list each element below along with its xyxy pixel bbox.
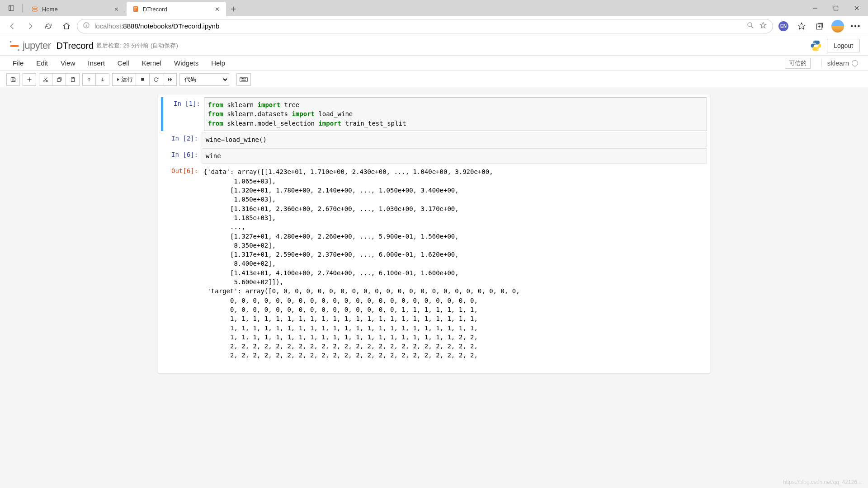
menu-view[interactable]: View [54,57,81,69]
tab-title: Home [42,6,109,13]
menu-cell[interactable]: Cell [111,57,136,69]
input-prompt: In [2]: [161,132,202,147]
svg-rect-5 [134,8,137,8]
close-icon[interactable]: ✕ [113,6,120,13]
browser-tabstrip: Home ✕ DTrecord ✕ [0,0,868,16]
input-prompt: In [6]: [161,148,202,164]
svg-rect-1 [9,6,11,11]
menu-help[interactable]: Help [205,57,231,69]
paste-button[interactable] [66,73,80,86]
new-tab-button[interactable] [226,2,241,16]
svg-rect-6 [134,9,137,9]
command-palette-button[interactable] [236,73,251,86]
restart-run-all-button[interactable] [163,73,177,86]
svg-rect-27 [241,80,246,80]
favorite-icon[interactable] [759,21,767,31]
url-input[interactable]: localhost:8888/notebooks/DTrecord.ipynb [77,19,773,33]
forward-button [23,19,38,34]
home-button[interactable] [59,19,74,34]
output-cell: Out[6]: {'data': array([[1.423e+01, 1.71… [161,164,707,362]
window-minimize-button[interactable] [805,0,826,16]
output-prompt: Out[6]: [161,164,202,362]
svg-rect-24 [242,78,243,79]
python-logo-icon [810,39,822,52]
code-input[interactable]: wine [202,148,707,164]
code-input[interactable]: wine=load_wine() [202,132,707,147]
copy-button[interactable] [52,73,66,86]
svg-point-14 [814,42,815,42]
checkpoint-status: 最后检查: 29 分钟前 (自动保存) [96,42,178,50]
svg-rect-25 [243,78,244,79]
language-badge[interactable]: EN [776,19,791,34]
refresh-button[interactable] [41,19,56,34]
notebook-scroll-area[interactable]: In [1]: from sklearn import tree from sk… [0,88,868,488]
profile-avatar[interactable] [830,19,845,34]
back-button[interactable] [5,19,20,34]
svg-point-13 [18,49,19,51]
output-text: {'data': array([[1.423e+01, 1.710e+00, 2… [203,167,707,360]
menu-edit[interactable]: Edit [30,57,54,69]
restart-button[interactable] [150,73,163,86]
move-up-button[interactable] [82,73,96,86]
code-cell[interactable]: In [6]: wine [161,148,707,164]
jupyter-logo[interactable]: jupyter [8,39,51,52]
cell-type-select[interactable]: 代码 [179,73,229,86]
close-icon[interactable]: ✕ [213,6,221,13]
window-maximize-button[interactable] [826,0,846,16]
tab-title: DTrecord [143,6,210,13]
input-prompt: In [1]: [163,97,204,131]
code-text: from sklearn import tree from sklearn.da… [208,100,703,128]
menu-widgets[interactable]: Widgets [168,57,205,69]
svg-rect-21 [141,78,144,80]
svg-rect-7 [134,10,136,10]
svg-rect-8 [834,6,838,10]
notebook-favicon-icon [132,5,139,13]
menu-insert[interactable]: Insert [81,57,111,69]
code-cell[interactable]: In [1]: from sklearn import tree from sk… [161,97,707,131]
notebook-container: In [1]: from sklearn import tree from sk… [158,94,710,373]
window-close-button[interactable] [846,0,867,16]
browser-tab-home[interactable]: Home ✕ [26,2,125,16]
browser-tab-dtrecord[interactable]: DTrecord ✕ [127,2,226,16]
svg-rect-0 [9,6,14,11]
cut-button[interactable] [39,73,52,86]
svg-rect-18 [57,78,60,81]
run-button[interactable]: 运行 [112,73,136,86]
url-text: localhost:8888/notebooks/DTrecord.ipynb [94,22,219,30]
svg-point-2 [33,7,38,9]
code-input[interactable]: from sklearn import tree from sklearn.da… [204,97,707,131]
move-down-button[interactable] [96,73,109,86]
svg-point-12 [10,41,12,43]
add-cell-button[interactable] [23,73,36,86]
toolbar: 运行 代码 [0,71,868,88]
interrupt-button[interactable] [136,73,150,86]
notebook-header: jupyter DTrecord 最后检查: 29 分钟前 (自动保存) Log… [0,36,868,56]
logout-button[interactable]: Logout [827,39,860,52]
svg-rect-22 [240,77,248,82]
zoom-icon[interactable] [746,21,755,31]
more-menu-button[interactable]: ••• [848,19,863,34]
code-cell[interactable]: In [2]: wine=load_wine() [161,132,707,147]
collections-button[interactable] [812,19,827,34]
notebook-name[interactable]: DTrecord [57,41,94,51]
site-info-icon[interactable] [83,22,90,30]
jupyter-logo-icon [8,39,21,52]
jupyter-favicon-icon [31,5,38,13]
code-text: wine=load_wine() [206,135,703,144]
trusted-indicator[interactable]: 可信的 [785,58,811,69]
menu-kernel[interactable]: Kernel [136,57,168,69]
svg-rect-23 [241,78,241,79]
svg-point-10 [748,23,752,27]
favorites-button[interactable] [794,19,809,34]
menu-bar: File Edit View Insert Cell Kernel Widget… [0,56,868,71]
menu-file[interactable]: File [6,57,30,69]
svg-point-15 [817,49,818,50]
kernel-idle-icon [852,60,858,66]
save-button[interactable] [6,73,20,86]
svg-point-3 [33,9,38,11]
tab-actions-icon[interactable] [1,0,22,16]
kernel-indicator[interactable]: sklearn [821,59,862,67]
svg-rect-26 [245,78,245,79]
output-area: {'data': array([[1.423e+01, 1.710e+00, 2… [202,164,707,362]
watermark: https://blog.csdn.net/qq_42126... [783,479,862,485]
